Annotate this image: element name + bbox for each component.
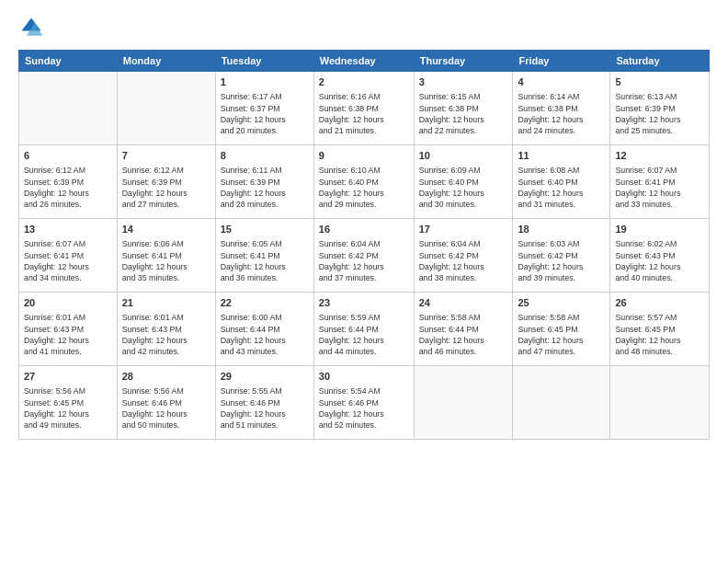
day-number: 10: [419, 149, 508, 163]
calendar-header-sunday: Sunday: [19, 51, 118, 72]
calendar-cell: [414, 366, 513, 440]
day-info: Sunrise: 6:12 AM Sunset: 6:39 PM Dayligh…: [122, 165, 210, 210]
day-info: Sunrise: 5:57 AM Sunset: 6:45 PM Dayligh…: [615, 312, 704, 357]
day-number: 4: [518, 75, 605, 89]
calendar-header-thursday: Thursday: [414, 51, 513, 72]
calendar-cell: 29Sunrise: 5:55 AM Sunset: 6:46 PM Dayli…: [215, 366, 313, 440]
page: SundayMondayTuesdayWednesdayThursdayFrid…: [0, 0, 728, 563]
calendar-table: SundayMondayTuesdayWednesdayThursdayFrid…: [18, 50, 710, 440]
calendar-week-4: 20Sunrise: 6:01 AM Sunset: 6:43 PM Dayli…: [19, 293, 710, 366]
calendar-cell: 17Sunrise: 6:04 AM Sunset: 6:42 PM Dayli…: [414, 219, 513, 293]
day-number: 28: [122, 370, 210, 384]
calendar-cell: 14Sunrise: 6:06 AM Sunset: 6:41 PM Dayli…: [117, 219, 215, 293]
day-number: 30: [319, 370, 409, 384]
day-info: Sunrise: 6:02 AM Sunset: 6:43 PM Dayligh…: [615, 238, 704, 283]
calendar-cell: 22Sunrise: 6:00 AM Sunset: 6:44 PM Dayli…: [215, 293, 313, 366]
calendar-cell: 1Sunrise: 6:17 AM Sunset: 6:37 PM Daylig…: [215, 72, 313, 145]
calendar-header-saturday: Saturday: [610, 51, 710, 72]
calendar-cell: [513, 366, 610, 440]
calendar-cell: 28Sunrise: 5:56 AM Sunset: 6:46 PM Dayli…: [117, 366, 215, 440]
day-number: 13: [24, 223, 112, 236]
day-info: Sunrise: 6:10 AM Sunset: 6:40 PM Dayligh…: [319, 165, 409, 210]
day-number: 3: [419, 75, 508, 89]
day-number: 16: [319, 223, 409, 236]
day-info: Sunrise: 5:56 AM Sunset: 6:45 PM Dayligh…: [24, 385, 112, 431]
logo-icon: [18, 15, 44, 40]
calendar-cell: 26Sunrise: 5:57 AM Sunset: 6:45 PM Dayli…: [610, 293, 710, 366]
logo: [18, 15, 48, 40]
calendar-cell: 8Sunrise: 6:11 AM Sunset: 6:39 PM Daylig…: [215, 145, 313, 219]
day-number: 8: [221, 149, 309, 163]
day-number: 20: [24, 296, 112, 310]
calendar-cell: 5Sunrise: 6:13 AM Sunset: 6:39 PM Daylig…: [610, 72, 710, 145]
day-info: Sunrise: 6:04 AM Sunset: 6:42 PM Dayligh…: [419, 238, 508, 283]
day-info: Sunrise: 6:01 AM Sunset: 6:43 PM Dayligh…: [122, 312, 210, 357]
day-info: Sunrise: 6:08 AM Sunset: 6:40 PM Dayligh…: [518, 165, 605, 210]
calendar-cell: [117, 72, 215, 145]
day-info: Sunrise: 6:09 AM Sunset: 6:40 PM Dayligh…: [419, 165, 508, 210]
day-number: 11: [518, 149, 605, 163]
calendar-cell: 16Sunrise: 6:04 AM Sunset: 6:42 PM Dayli…: [313, 219, 414, 293]
calendar-cell: 20Sunrise: 6:01 AM Sunset: 6:43 PM Dayli…: [19, 293, 118, 366]
calendar-cell: [610, 366, 710, 440]
calendar-cell: 25Sunrise: 5:58 AM Sunset: 6:45 PM Dayli…: [513, 293, 610, 366]
day-info: Sunrise: 6:15 AM Sunset: 6:38 PM Dayligh…: [419, 91, 508, 136]
day-number: 21: [122, 296, 210, 310]
day-info: Sunrise: 5:55 AM Sunset: 6:46 PM Dayligh…: [221, 385, 309, 431]
day-info: Sunrise: 6:01 AM Sunset: 6:43 PM Dayligh…: [24, 312, 112, 357]
calendar-week-2: 6Sunrise: 6:12 AM Sunset: 6:39 PM Daylig…: [19, 145, 710, 219]
day-info: Sunrise: 6:07 AM Sunset: 6:41 PM Dayligh…: [24, 238, 112, 283]
calendar-cell: 15Sunrise: 6:05 AM Sunset: 6:41 PM Dayli…: [215, 219, 313, 293]
day-info: Sunrise: 5:56 AM Sunset: 6:46 PM Dayligh…: [122, 385, 210, 431]
calendar-cell: 12Sunrise: 6:07 AM Sunset: 6:41 PM Dayli…: [610, 145, 710, 219]
calendar-cell: 27Sunrise: 5:56 AM Sunset: 6:45 PM Dayli…: [19, 366, 118, 440]
day-info: Sunrise: 6:12 AM Sunset: 6:39 PM Dayligh…: [24, 165, 112, 210]
calendar-week-5: 27Sunrise: 5:56 AM Sunset: 6:45 PM Dayli…: [19, 366, 710, 440]
day-info: Sunrise: 6:05 AM Sunset: 6:41 PM Dayligh…: [221, 238, 309, 283]
day-number: 5: [615, 75, 704, 89]
day-number: 15: [221, 223, 309, 236]
calendar-header-tuesday: Tuesday: [215, 51, 313, 72]
calendar-cell: 13Sunrise: 6:07 AM Sunset: 6:41 PM Dayli…: [19, 219, 118, 293]
day-number: 14: [122, 223, 210, 236]
calendar-header-row: SundayMondayTuesdayWednesdayThursdayFrid…: [19, 51, 710, 72]
day-number: 18: [518, 223, 605, 236]
day-info: Sunrise: 5:54 AM Sunset: 6:46 PM Dayligh…: [319, 385, 409, 431]
calendar-cell: 24Sunrise: 5:58 AM Sunset: 6:44 PM Dayli…: [414, 293, 513, 366]
calendar-cell: 3Sunrise: 6:15 AM Sunset: 6:38 PM Daylig…: [414, 72, 513, 145]
calendar-cell: 9Sunrise: 6:10 AM Sunset: 6:40 PM Daylig…: [313, 145, 414, 219]
calendar-week-3: 13Sunrise: 6:07 AM Sunset: 6:41 PM Dayli…: [19, 219, 710, 293]
calendar-header-monday: Monday: [117, 51, 215, 72]
header: [18, 15, 710, 40]
day-info: Sunrise: 5:58 AM Sunset: 6:45 PM Dayligh…: [518, 312, 605, 357]
day-info: Sunrise: 6:03 AM Sunset: 6:42 PM Dayligh…: [518, 238, 605, 283]
day-number: 9: [319, 149, 409, 163]
day-info: Sunrise: 6:07 AM Sunset: 6:41 PM Dayligh…: [615, 165, 704, 210]
calendar-week-1: 1Sunrise: 6:17 AM Sunset: 6:37 PM Daylig…: [19, 72, 710, 145]
day-number: 26: [615, 296, 704, 310]
day-number: 12: [615, 149, 704, 163]
day-number: 24: [419, 296, 508, 310]
day-info: Sunrise: 6:00 AM Sunset: 6:44 PM Dayligh…: [221, 312, 309, 357]
day-info: Sunrise: 5:59 AM Sunset: 6:44 PM Dayligh…: [319, 312, 409, 357]
calendar-cell: 21Sunrise: 6:01 AM Sunset: 6:43 PM Dayli…: [117, 293, 215, 366]
day-info: Sunrise: 6:16 AM Sunset: 6:38 PM Dayligh…: [319, 91, 409, 136]
calendar-cell: 7Sunrise: 6:12 AM Sunset: 6:39 PM Daylig…: [117, 145, 215, 219]
calendar-cell: 18Sunrise: 6:03 AM Sunset: 6:42 PM Dayli…: [513, 219, 610, 293]
day-info: Sunrise: 6:06 AM Sunset: 6:41 PM Dayligh…: [122, 238, 210, 283]
calendar-cell: 19Sunrise: 6:02 AM Sunset: 6:43 PM Dayli…: [610, 219, 710, 293]
day-info: Sunrise: 6:11 AM Sunset: 6:39 PM Dayligh…: [221, 165, 309, 210]
calendar-cell: 6Sunrise: 6:12 AM Sunset: 6:39 PM Daylig…: [19, 145, 118, 219]
calendar-cell: 2Sunrise: 6:16 AM Sunset: 6:38 PM Daylig…: [313, 72, 414, 145]
day-number: 6: [24, 149, 112, 163]
day-number: 29: [221, 370, 309, 384]
day-number: 19: [615, 223, 704, 236]
day-info: Sunrise: 6:13 AM Sunset: 6:39 PM Dayligh…: [615, 91, 704, 136]
day-info: Sunrise: 6:14 AM Sunset: 6:38 PM Dayligh…: [518, 91, 605, 136]
calendar-cell: [19, 72, 118, 145]
calendar-cell: 10Sunrise: 6:09 AM Sunset: 6:40 PM Dayli…: [414, 145, 513, 219]
calendar-cell: 30Sunrise: 5:54 AM Sunset: 6:46 PM Dayli…: [313, 366, 414, 440]
calendar-cell: 11Sunrise: 6:08 AM Sunset: 6:40 PM Dayli…: [513, 145, 610, 219]
calendar-header-friday: Friday: [513, 51, 610, 72]
calendar-header-wednesday: Wednesday: [313, 51, 414, 72]
